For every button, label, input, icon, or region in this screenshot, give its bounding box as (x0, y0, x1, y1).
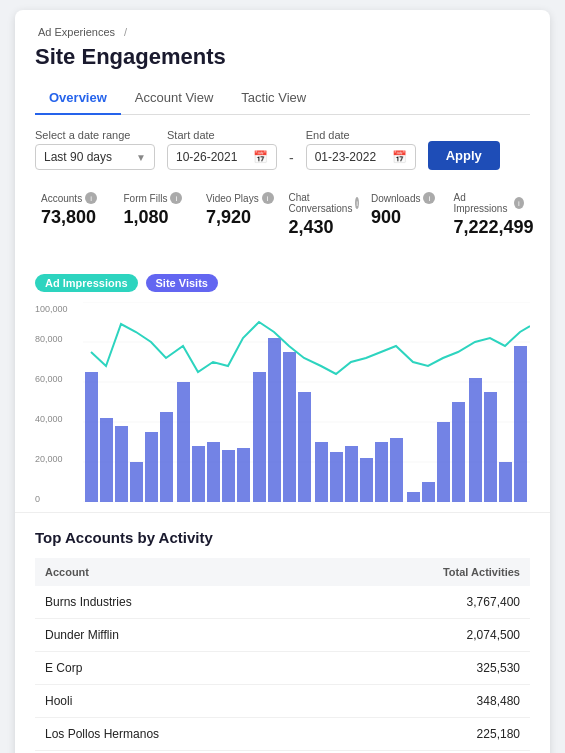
metrics-row: Accounts i 73,800 Form Fills i 1,080 Vid… (35, 188, 530, 242)
svg-rect-25 (283, 352, 296, 502)
svg-rect-14 (115, 426, 128, 502)
page-title: Site Engagements (35, 44, 530, 70)
table-row: Los Pollos Hermanos 225,180 (35, 718, 530, 751)
account-name: Hooli (35, 685, 322, 718)
svg-rect-17 (160, 412, 173, 502)
metric-downloads: Downloads i 900 (365, 188, 448, 242)
end-date-field: End date 01-23-2022 📅 (306, 129, 416, 170)
chat-info-icon[interactable]: i (355, 197, 359, 209)
accounts-info-icon[interactable]: i (85, 192, 97, 204)
col-account: Account (35, 558, 322, 586)
svg-rect-16 (145, 432, 158, 502)
ad-impressions-info-icon[interactable]: i (514, 197, 524, 209)
chart-legend: Ad Impressions Site Visits (35, 274, 530, 292)
svg-rect-19 (192, 446, 205, 502)
svg-rect-23 (253, 372, 266, 502)
svg-rect-34 (422, 482, 435, 502)
date-separator: - (289, 150, 294, 170)
table-row: Burns Industries 3,767,400 (35, 586, 530, 619)
calendar-icon: 📅 (253, 150, 268, 164)
table-row: Dunder Mifflin 2,074,500 (35, 619, 530, 652)
tab-overview[interactable]: Overview (35, 82, 121, 115)
tabs-bar: Overview Account View Tactic View (35, 82, 530, 115)
tab-account-view[interactable]: Account View (121, 82, 228, 115)
svg-rect-40 (514, 346, 527, 502)
svg-rect-22 (237, 448, 250, 502)
svg-rect-15 (130, 462, 143, 502)
accounts-table: Account Total Activities Burns Industrie… (35, 558, 530, 751)
legend-ad-impressions[interactable]: Ad Impressions (35, 274, 138, 292)
svg-rect-36 (452, 402, 465, 502)
svg-text:60,000: 60,000 (35, 374, 63, 384)
tab-tactic-view[interactable]: Tactic View (227, 82, 320, 115)
account-name: Dunder Mifflin (35, 619, 322, 652)
account-name: Burns Industries (35, 586, 322, 619)
start-date-label: Start date (167, 129, 277, 141)
svg-rect-38 (484, 392, 497, 502)
apply-button[interactable]: Apply (428, 141, 500, 170)
calendar-icon-end: 📅 (392, 150, 407, 164)
svg-rect-33 (407, 492, 420, 502)
svg-text:0: 0 (35, 494, 40, 502)
svg-rect-31 (375, 442, 388, 502)
start-date-input[interactable]: 10-26-2021 📅 (167, 144, 277, 170)
svg-rect-28 (330, 452, 343, 502)
svg-rect-26 (298, 392, 311, 502)
table-row: Hooli 348,480 (35, 685, 530, 718)
svg-rect-29 (345, 446, 358, 502)
svg-rect-13 (100, 418, 113, 502)
metric-ad-impressions: Ad Impressions i 7,222,499 (448, 188, 531, 242)
chart-section: Ad Impressions Site Visits 0 20,000 40,0… (15, 274, 550, 512)
svg-text:100,000: 100,000 (35, 304, 68, 314)
svg-rect-18 (177, 382, 190, 502)
chevron-down-icon: ▼ (136, 152, 146, 163)
account-total: 225,180 (322, 718, 530, 751)
video-plays-info-icon[interactable]: i (262, 192, 274, 204)
svg-rect-35 (437, 422, 450, 502)
legend-site-visits[interactable]: Site Visits (146, 274, 218, 292)
bar-line-chart: 0 20,000 40,000 60,000 80,000 100,000 (35, 302, 530, 502)
account-total: 325,530 (322, 652, 530, 685)
svg-rect-30 (360, 458, 373, 502)
line-chart-teal (91, 322, 530, 374)
chart-bars (85, 338, 527, 502)
date-range-select[interactable]: Last 90 days ▼ (35, 144, 155, 170)
account-name: Los Pollos Hermanos (35, 718, 322, 751)
svg-rect-39 (499, 462, 512, 502)
svg-rect-32 (390, 438, 403, 502)
end-date-input[interactable]: 01-23-2022 📅 (306, 144, 416, 170)
svg-rect-20 (207, 442, 220, 502)
account-total: 3,767,400 (322, 586, 530, 619)
svg-text:80,000: 80,000 (35, 334, 63, 344)
svg-rect-12 (85, 372, 98, 502)
top-accounts-section: Top Accounts by Activity Account Total A… (15, 512, 550, 753)
svg-rect-37 (469, 378, 482, 502)
breadcrumb: Ad Experiences / (35, 26, 530, 38)
metric-chat-conversations: Chat Conversations i 2,430 (283, 188, 366, 242)
account-total: 2,074,500 (322, 619, 530, 652)
svg-rect-24 (268, 338, 281, 502)
table-title: Top Accounts by Activity (35, 529, 530, 546)
form-fills-info-icon[interactable]: i (170, 192, 182, 204)
date-range-label: Select a date range (35, 129, 155, 141)
account-total: 348,480 (322, 685, 530, 718)
col-total-activities: Total Activities (322, 558, 530, 586)
date-filters: Select a date range Last 90 days ▼ Start… (35, 129, 530, 170)
svg-rect-21 (222, 450, 235, 502)
downloads-info-icon[interactable]: i (423, 192, 435, 204)
date-range-field: Select a date range Last 90 days ▼ (35, 129, 155, 170)
metric-accounts: Accounts i 73,800 (35, 188, 118, 242)
account-name: E Corp (35, 652, 322, 685)
svg-text:20,000: 20,000 (35, 454, 63, 464)
chart-area: 0 20,000 40,000 60,000 80,000 100,000 (35, 302, 530, 502)
metric-video-plays: Video Plays i 7,920 (200, 188, 283, 242)
end-date-label: End date (306, 129, 416, 141)
table-row: E Corp 325,530 (35, 652, 530, 685)
svg-rect-27 (315, 442, 328, 502)
svg-text:40,000: 40,000 (35, 414, 63, 424)
metric-form-fills: Form Fills i 1,080 (118, 188, 201, 242)
start-date-field: Start date 10-26-2021 📅 (167, 129, 277, 170)
